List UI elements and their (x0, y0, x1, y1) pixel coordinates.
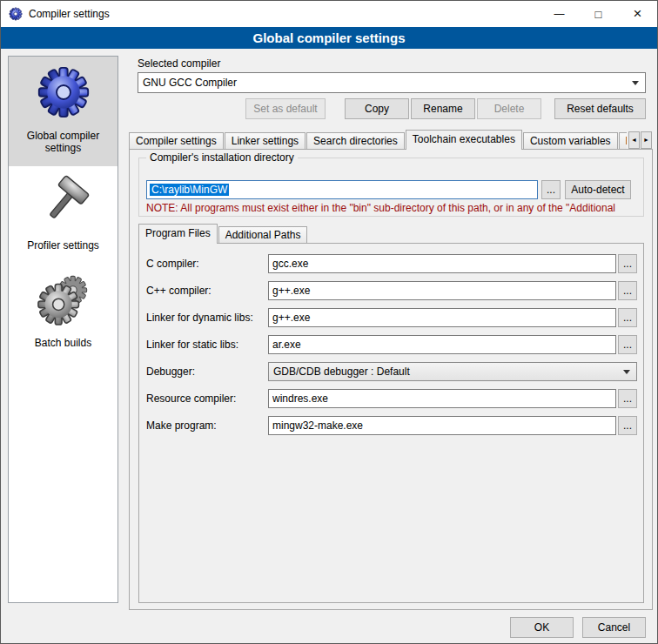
resource-compiler-input[interactable] (268, 389, 616, 408)
install-dir-input[interactable]: C:\raylib\MinGW (146, 180, 538, 199)
selected-compiler-value: GNU GCC Compiler (143, 77, 237, 89)
program-files-panel: C compiler: ... C++ compiler: ... Linker… (138, 243, 644, 603)
app-gear-icon (9, 7, 23, 21)
window-controls: — □ × (540, 1, 657, 27)
settings-tabs: Compiler settings Linker settings Search… (129, 130, 627, 150)
minimize-icon[interactable]: — (540, 1, 579, 27)
dynamic-linker-input[interactable] (268, 308, 616, 327)
tab-compiler-settings[interactable]: Compiler settings (129, 132, 224, 149)
set-as-default-button[interactable]: Set as default (245, 98, 326, 119)
sidebar-item-profiler-settings[interactable]: Profiler settings (9, 166, 118, 264)
sidebar-item-global-compiler-settings[interactable]: Global compiler settings (9, 57, 118, 166)
install-dir-value: C:\raylib\MinGW (150, 184, 229, 196)
gray-gears-icon (10, 272, 116, 326)
group-label: Compiler's installation directory (146, 151, 298, 164)
tab-linker-settings[interactable]: Linker settings (225, 132, 306, 149)
cancel-button[interactable]: Cancel (582, 617, 646, 638)
window-title: Compiler settings (29, 8, 110, 20)
rename-button[interactable]: Rename (411, 98, 475, 119)
sidebar-item-label: Batch builds (10, 337, 116, 349)
browse-c-compiler-button[interactable]: ... (618, 254, 637, 273)
tab-program-files[interactable]: Program Files (138, 224, 218, 244)
reset-defaults-button[interactable]: Reset defaults (554, 98, 646, 119)
browse-dynamic-linker-button[interactable]: ... (618, 308, 637, 327)
resource-compiler-label: Resource compiler: (146, 389, 236, 408)
settings-category-list: Global compiler settings Profiler settin… (8, 56, 118, 603)
cpp-compiler-label: C++ compiler: (146, 281, 212, 300)
tab-scroll-left-icon[interactable]: ◄ (628, 131, 640, 149)
copy-button[interactable]: Copy (345, 98, 409, 119)
sidebar-item-batch-builds[interactable]: Batch builds (9, 264, 118, 361)
blue-gear-icon (10, 65, 116, 119)
tab-additional-paths[interactable]: Additional Paths (218, 226, 308, 243)
profiler-hammer-icon (10, 175, 116, 229)
tab-scroll-right-icon[interactable]: ► (641, 131, 652, 149)
cpp-compiler-input[interactable] (268, 281, 616, 300)
tab-search-directories[interactable]: Search directories (306, 132, 405, 149)
program-files-tabs: Program Files Additional Paths (138, 224, 308, 244)
note-text: NOTE: All programs must exist either in … (146, 202, 642, 214)
debugger-value: GDB/CDB debugger : Default (273, 366, 410, 378)
make-program-input[interactable] (268, 416, 616, 435)
browse-cpp-compiler-button[interactable]: ... (618, 281, 637, 300)
debugger-label: Debugger: (146, 362, 195, 381)
chevron-down-icon (623, 370, 630, 374)
browse-install-dir-button[interactable]: ... (541, 180, 561, 199)
browse-make-program-button[interactable]: ... (618, 416, 637, 435)
selected-compiler-label: Selected compiler (138, 57, 220, 70)
make-program-label: Make program: (146, 416, 217, 435)
tab-custom-variables[interactable]: Custom variables (523, 132, 618, 149)
tab-toolchain-executables[interactable]: Toolchain executables (406, 130, 522, 150)
browse-static-linker-button[interactable]: ... (618, 335, 637, 354)
static-linker-label: Linker for static libs: (146, 335, 238, 354)
compiler-settings-window: Compiler settings — □ × Global compiler … (0, 0, 658, 644)
browse-resource-compiler-button[interactable]: ... (618, 389, 637, 408)
dynamic-linker-label: Linker for dynamic libs: (146, 308, 253, 327)
sidebar-item-label: Profiler settings (10, 239, 116, 252)
debugger-dropdown[interactable]: GDB/CDB debugger : Default (268, 362, 637, 381)
maximize-icon[interactable]: □ (579, 1, 618, 27)
toolchain-executables-panel: Compiler's installation directory C:\ray… (129, 149, 653, 610)
autodetect-button[interactable]: Auto-detect (565, 180, 631, 199)
c-compiler-label: C compiler: (146, 254, 199, 273)
ok-button[interactable]: OK (510, 617, 574, 638)
titlebar[interactable]: Compiler settings — □ × (1, 1, 657, 27)
close-icon[interactable]: × (618, 1, 657, 27)
dialog-header: Global compiler settings (1, 27, 657, 49)
selected-compiler-dropdown[interactable]: GNU GCC Compiler (138, 72, 646, 93)
tab-build-options-clipped[interactable]: Buil (619, 132, 627, 149)
static-linker-input[interactable] (268, 335, 616, 354)
installation-directory-group: Compiler's installation directory C:\ray… (138, 158, 644, 217)
delete-button[interactable]: Delete (477, 98, 541, 119)
sidebar-item-label: Global compiler settings (10, 130, 116, 154)
c-compiler-input[interactable] (268, 254, 616, 273)
chevron-down-icon (632, 81, 639, 85)
